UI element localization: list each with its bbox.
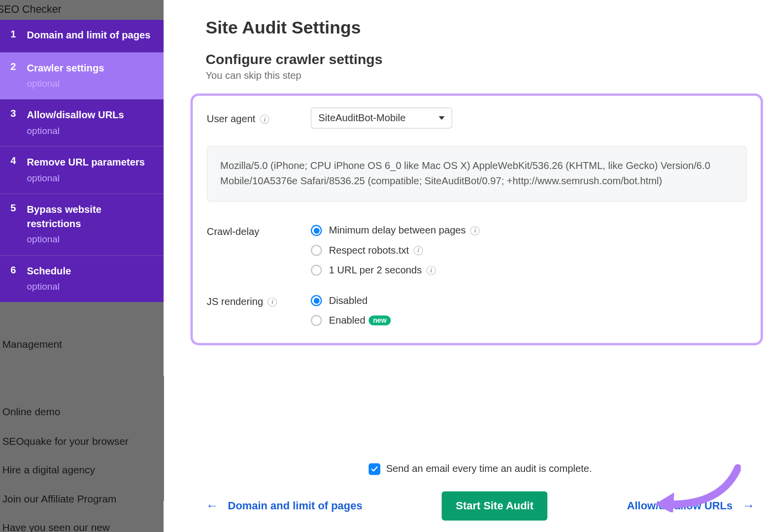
crawl-delay-option-minimum[interactable]: Minimum delay between pages i bbox=[311, 225, 480, 236]
option-label: Enabled bbox=[329, 315, 365, 327]
next-step-label: Allow/disallow URLs bbox=[627, 499, 733, 513]
option-label: Minimum delay between pages bbox=[329, 225, 466, 236]
crawl-delay-label: Crawl-delay bbox=[207, 226, 259, 238]
user-agent-dropdown[interactable]: SiteAuditBot-Mobile bbox=[311, 107, 452, 129]
prev-step-link[interactable]: ← Domain and limit of pages bbox=[205, 499, 362, 513]
info-icon[interactable]: i bbox=[268, 297, 277, 306]
step-label: Schedule bbox=[27, 265, 71, 279]
step-remove-url-params[interactable]: 4 Remove URL parameters optional bbox=[0, 147, 164, 194]
wizard-footer: Send an email every time an audit is com… bbox=[205, 463, 755, 520]
radio-icon bbox=[311, 225, 322, 236]
option-label: Respect robots.txt bbox=[329, 245, 409, 257]
crawl-delay-option-1url[interactable]: 1 URL per 2 seconds i bbox=[311, 265, 480, 276]
info-icon[interactable]: i bbox=[414, 246, 423, 255]
step-allow-disallow[interactable]: 3 Allow/disallow URLs optional bbox=[0, 100, 164, 147]
prev-step-label: Domain and limit of pages bbox=[228, 499, 363, 513]
crawler-settings-box: User agent i SiteAuditBot-Mobile Mozilla… bbox=[191, 94, 763, 345]
js-rendering-option-enabled[interactable]: Enabled new bbox=[311, 315, 391, 327]
js-rendering-options: Disabled Enabled new bbox=[311, 295, 391, 327]
section-title: Configure crawler settings bbox=[205, 51, 764, 67]
user-agent-string: Mozilla/5.0 (iPhone; CPU iPhone OS 6_0 l… bbox=[207, 146, 747, 201]
step-sublabel: optional bbox=[27, 280, 71, 294]
radio-icon bbox=[311, 265, 322, 276]
js-rendering-option-disabled[interactable]: Disabled bbox=[311, 295, 391, 307]
step-number: 2 bbox=[10, 61, 27, 73]
step-number: 3 bbox=[10, 108, 27, 120]
step-number: 1 bbox=[10, 29, 27, 40]
step-label: Allow/disallow URLs bbox=[27, 108, 124, 123]
option-label: 1 URL per 2 seconds bbox=[329, 265, 422, 276]
chevron-down-icon bbox=[439, 116, 445, 120]
step-domain-limit[interactable]: 1 Domain and limit of pages bbox=[0, 20, 164, 52]
radio-icon bbox=[311, 295, 322, 306]
step-number: 4 bbox=[10, 156, 27, 167]
js-rendering-label: JS rendering bbox=[207, 296, 263, 308]
next-step-link[interactable]: Allow/disallow URLs → bbox=[627, 499, 755, 513]
step-label: Bypass website restrictions bbox=[27, 203, 153, 232]
step-sublabel: optional bbox=[27, 77, 104, 91]
radio-icon bbox=[311, 245, 322, 256]
crawl-delay-option-robots[interactable]: Respect robots.txt i bbox=[311, 245, 480, 257]
user-agent-value: SiteAuditBot-Mobile bbox=[318, 112, 405, 124]
settings-panel: Site Audit Settings Configure crawler se… bbox=[175, 0, 764, 532]
step-schedule[interactable]: 6 Schedule optional bbox=[0, 256, 164, 302]
option-label: Disabled bbox=[329, 295, 367, 307]
info-icon[interactable]: i bbox=[260, 114, 269, 124]
step-sublabel: optional bbox=[27, 233, 153, 247]
step-sublabel: optional bbox=[27, 171, 145, 185]
email-label: Send an email every time an audit is com… bbox=[386, 463, 592, 475]
info-icon[interactable]: i bbox=[470, 226, 480, 235]
arrow-left-icon: ← bbox=[205, 499, 218, 512]
step-number: 5 bbox=[10, 203, 27, 215]
start-site-audit-button[interactable]: Start Site Audit bbox=[442, 491, 548, 520]
arrow-right-icon: → bbox=[742, 499, 755, 512]
crawl-delay-options: Minimum delay between pages i Respect ro… bbox=[311, 225, 480, 276]
wizard-steps: 1 Domain and limit of pages 2 Crawler se… bbox=[0, 20, 164, 302]
info-icon[interactable]: i bbox=[427, 266, 436, 275]
step-bypass-restrictions[interactable]: 5 Bypass website restrictions optional bbox=[0, 194, 164, 256]
section-subtitle: You can skip this step bbox=[205, 70, 764, 82]
step-crawler-settings[interactable]: 2 Crawler settings optional bbox=[0, 52, 164, 100]
step-label: Domain and limit of pages bbox=[27, 29, 151, 43]
step-label: Crawler settings bbox=[27, 61, 104, 75]
page-title: Site Audit Settings bbox=[205, 18, 764, 37]
email-checkbox[interactable] bbox=[368, 463, 380, 475]
step-label: Remove URL parameters bbox=[27, 156, 145, 170]
check-icon bbox=[371, 466, 378, 472]
user-agent-label: User agent bbox=[207, 113, 256, 125]
new-badge: new bbox=[369, 316, 391, 326]
step-sublabel: optional bbox=[27, 124, 124, 138]
radio-icon bbox=[311, 315, 322, 326]
step-number: 6 bbox=[10, 265, 27, 276]
